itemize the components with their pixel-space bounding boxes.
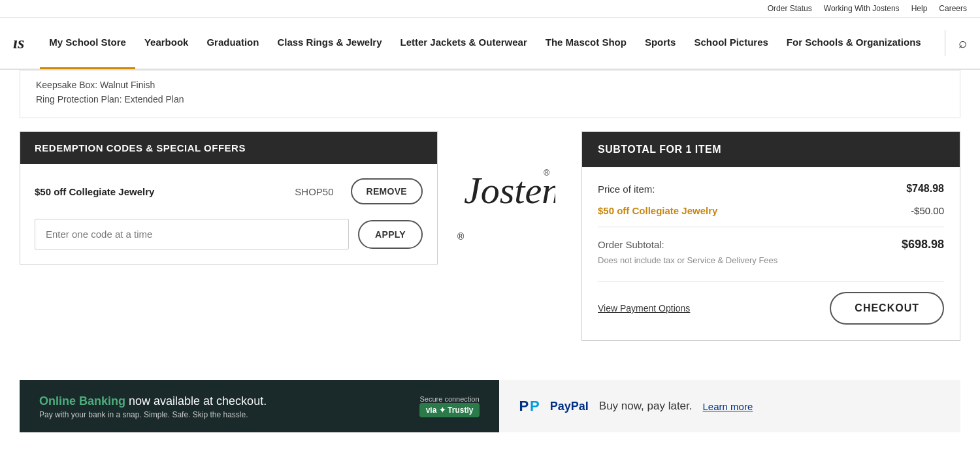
banner-left-text: Online Banking now available at checkout… — [39, 393, 406, 419]
svg-text:®: ® — [544, 168, 549, 178]
bottom-banners: Online Banking now available at checkout… — [20, 380, 960, 432]
online-banking-banner: Online Banking now available at checkout… — [20, 380, 499, 432]
working-with-link[interactable]: Working With Jostens — [824, 4, 900, 13]
redemption-box: REDEMPTION CODES & SPECIAL OFFERS $50 of… — [20, 131, 438, 265]
nav-mascot-shop[interactable]: The Mascot Shop — [536, 17, 636, 69]
product-line-1: Keepsake Box: Walnut Finish — [36, 80, 944, 90]
main-nav: ıs My School Store Yearbook Graduation C… — [0, 18, 980, 70]
applied-code-row: $50 off Collegiate Jewelry SHOP50 REMOVE — [35, 178, 423, 204]
main-layout: REDEMPTION CODES & SPECIAL OFFERS $50 of… — [20, 131, 960, 341]
nav-for-schools[interactable]: For Schools & Organizations — [777, 17, 930, 69]
discount-value: -$50.00 — [911, 205, 944, 216]
site-logo: ıs — [13, 33, 24, 53]
product-strip: Keepsake Box: Walnut Finish Ring Protect… — [20, 70, 960, 118]
svg-text:Jostens: Jostens — [464, 169, 555, 212]
redemption-header: REDEMPTION CODES & SPECIAL OFFERS — [20, 132, 437, 164]
code-input[interactable] — [35, 219, 349, 249]
nav-sports[interactable]: Sports — [636, 17, 685, 69]
careers-link[interactable]: Careers — [939, 4, 967, 13]
applied-code-label: $50 off Collegiate Jewelry — [35, 186, 284, 197]
paypal-p-blue: P — [519, 398, 529, 415]
subtotal-divider — [598, 227, 944, 227]
banner-sub-text: Pay with your bank in a snap. Simple. Sa… — [39, 410, 248, 419]
tax-note: Does not include tax or Service & Delive… — [598, 255, 944, 265]
trustly-label: Secure connection — [419, 395, 479, 403]
remove-code-button[interactable]: REMOVE — [351, 178, 423, 204]
banner-subtitle: Pay with your bank in a snap. Simple. Sa… — [39, 410, 406, 419]
nav-divider — [945, 30, 945, 56]
checkout-button[interactable]: CHECKOUT — [830, 292, 944, 325]
paypal-brand: PayPal — [550, 400, 589, 413]
price-row: Price of item: $748.98 — [598, 183, 944, 195]
jostens-logo: Jostens ® — [457, 157, 562, 259]
content-area: Keepsake Box: Walnut Finish Ring Protect… — [7, 70, 973, 432]
left-column: REDEMPTION CODES & SPECIAL OFFERS $50 of… — [20, 131, 438, 265]
subtotal-header: SUBTOTAL FOR 1 ITEM — [582, 132, 960, 167]
price-of-item-value: $748.98 — [906, 183, 944, 195]
paypal-p-light: P — [530, 398, 540, 415]
banner-title: Online Banking now available at checkout… — [39, 393, 406, 409]
search-button[interactable]: ⌕ — [958, 35, 967, 52]
banner-highlight: Online Banking — [39, 394, 125, 408]
nav-school-pictures[interactable]: School Pictures — [685, 17, 777, 69]
subtotal-box: SUBTOTAL FOR 1 ITEM Price of item: $748.… — [581, 131, 960, 341]
nav-graduation[interactable]: Graduation — [197, 17, 268, 69]
code-input-row: APPLY — [35, 219, 423, 249]
jostens-logo-svg: Jostens ® — [457, 157, 555, 216]
banner-main-text: now available at checkout. — [125, 394, 267, 408]
nav-my-school-store[interactable]: My School Store — [40, 17, 135, 69]
applied-code-value: SHOP50 — [295, 186, 333, 197]
paypal-banner: PP PayPal Buy now, pay later. Learn more — [499, 380, 960, 432]
view-payment-options-link[interactable]: View Payment Options — [598, 303, 690, 313]
nav-letter-jackets[interactable]: Letter Jackets & Outerwear — [391, 17, 536, 69]
order-status-link[interactable]: Order Status — [768, 4, 812, 13]
nav-links: My School Store Yearbook Graduation Clas… — [40, 17, 938, 69]
nav-yearbook[interactable]: Yearbook — [135, 17, 198, 69]
product-line-2: Ring Protection Plan: Extended Plan — [36, 94, 944, 104]
redemption-body: $50 off Collegiate Jewelry SHOP50 REMOVE… — [20, 164, 437, 264]
logo-area: ıs — [13, 33, 24, 53]
discount-row: $50 off Collegiate Jewelry -$50.00 — [598, 205, 944, 216]
order-subtotal-row: Order Subtotal: $698.98 — [598, 238, 944, 251]
trustly-badge: via ✦ Trustly — [419, 403, 480, 417]
nav-right: ⌕ — [938, 30, 967, 56]
trustly-info: Secure connection via ✦ Trustly — [419, 395, 480, 417]
discount-label: $50 off Collegiate Jewelry — [598, 205, 717, 216]
top-bar: Order Status Working With Jostens Help C… — [0, 0, 980, 18]
paypal-icon: PP — [519, 398, 539, 415]
nav-class-rings[interactable]: Class Rings & Jewelry — [268, 17, 391, 69]
learn-more-link[interactable]: Learn more — [703, 401, 753, 412]
order-subtotal-label: Order Subtotal: — [598, 239, 664, 250]
center-logo: Jostens ® — [457, 131, 562, 259]
price-of-item-label: Price of item: — [598, 184, 655, 195]
subtotal-body: Price of item: $748.98 $50 off Collegiat… — [582, 167, 960, 340]
paypal-tagline: Buy now, pay later. — [599, 400, 693, 413]
apply-code-button[interactable]: APPLY — [358, 220, 423, 249]
subtotal-footer: View Payment Options CHECKOUT — [598, 281, 944, 325]
help-link[interactable]: Help — [911, 4, 928, 13]
order-subtotal-value: $698.98 — [902, 238, 944, 251]
